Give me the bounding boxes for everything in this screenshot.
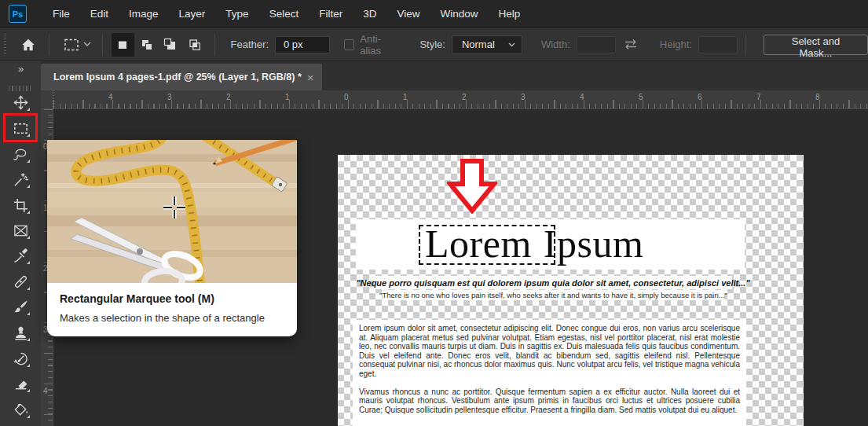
style-dropdown[interactable]: Normal	[452, 35, 522, 54]
new-selection-mode-button[interactable]	[112, 33, 134, 57]
eraser-tool[interactable]	[11, 374, 30, 393]
paragraph: Vivamus rhoncus a nunc ac porttitor. Qui…	[359, 387, 740, 415]
quote-line-translation: "There is no one who loves pain itself, …	[383, 290, 724, 300]
gradient-tool[interactable]	[11, 400, 30, 419]
quote-line-italic: "Neque porro quisquam est qui dolorem ip…	[374, 276, 732, 289]
tooltip-text: Rectangular Marquee tool (M) Makes a sel…	[47, 283, 297, 336]
brush-tool[interactable]	[11, 297, 30, 316]
swap-width-height-button[interactable]	[623, 39, 639, 50]
lasso-tool[interactable]	[11, 145, 30, 163]
tooltip-description: Makes a selection in the shape of a rect…	[60, 312, 284, 324]
spot-healing-brush-tool[interactable]	[11, 272, 30, 291]
menu-edit[interactable]: Edit	[80, 8, 119, 20]
clone-stamp-icon	[13, 325, 29, 341]
anti-alias-label: Anti-alias	[360, 33, 399, 57]
menu-file[interactable]: File	[42, 8, 80, 20]
document-tab-title: Lorem Ipsum 4 pages-1.pdf @ 25% (Layer 1…	[53, 72, 302, 83]
app-window: Ps File Edit Image Layer Type Select Fil…	[0, 0, 868, 426]
menu-bar: Ps File Edit Image Layer Type Select Fil…	[0, 0, 868, 28]
history-brush-tool[interactable]	[11, 349, 30, 368]
separator	[102, 34, 103, 56]
document-tab[interactable]: Lorem Ipsum 4 pages-1.pdf @ 25% (Layer 1…	[41, 64, 322, 90]
eyedropper-tool[interactable]	[11, 246, 30, 265]
frame-icon	[13, 222, 29, 239]
anti-alias-checkbox[interactable]	[344, 39, 354, 50]
menu-select[interactable]: Select	[259, 8, 309, 20]
lasso-icon	[13, 146, 29, 163]
eyedropper-icon	[13, 248, 29, 264]
menu-view[interactable]: View	[386, 8, 430, 20]
magic-wand-tool[interactable]	[11, 170, 30, 189]
subtract-from-selection-mode-button[interactable]	[159, 33, 181, 57]
heading-band: LoremIpsum	[356, 219, 745, 270]
height-label: Height:	[660, 39, 692, 50]
add-to-selection-icon	[140, 38, 154, 52]
tool-tooltip: Rectangular Marquee tool (M) Makes a sel…	[47, 140, 297, 336]
tool-bar: »	[0, 61, 41, 426]
options-bar: Feather: Anti-alias Style: Normal Width:…	[0, 28, 868, 61]
tool-preview-image	[47, 140, 297, 283]
width-label: Width:	[541, 39, 570, 50]
anti-alias-control[interactable]: Anti-alias	[344, 33, 399, 57]
marquee-preset-icon	[64, 38, 79, 52]
magic-wand-icon	[13, 171, 29, 188]
separator	[49, 34, 49, 56]
healing-brush-icon	[13, 274, 29, 290]
crop-tool[interactable]	[11, 196, 30, 215]
height-input[interactable]	[698, 36, 738, 53]
move-icon	[13, 94, 29, 111]
options-bar-grip[interactable]	[4, 35, 6, 55]
select-and-mask-button[interactable]: Select and Mask...	[764, 35, 868, 55]
chevron-down-icon	[83, 42, 91, 47]
separator	[745, 34, 746, 56]
ruler-origin-corner	[41, 90, 53, 108]
add-to-selection-mode-button[interactable]	[136, 33, 158, 57]
new-selection-icon	[115, 38, 130, 52]
home-icon	[20, 37, 36, 53]
active-tool-highlight	[3, 113, 38, 142]
home-button[interactable]	[16, 33, 41, 57]
menu-image[interactable]: Image	[119, 8, 169, 20]
eraser-icon	[13, 376, 29, 392]
feather-label: Feather:	[231, 39, 269, 50]
horizontal-ruler: 4 3 2 1 0 1 2 3 4 5 6 7 8	[41, 90, 868, 109]
document-tab-bar: Lorem Ipsum 4 pages-1.pdf @ 25% (Layer 1…	[41, 61, 868, 90]
history-brush-icon	[13, 351, 29, 367]
crop-icon	[13, 197, 29, 214]
body-text-band: Lorem ipsum dolor sit amet, consectetur …	[353, 320, 746, 426]
menu-help[interactable]: Help	[488, 8, 530, 20]
style-value: Normal	[462, 39, 495, 50]
feather-input[interactable]	[275, 36, 330, 53]
clone-stamp-tool[interactable]	[11, 323, 30, 342]
brush-icon	[13, 299, 29, 315]
frame-tool[interactable]	[11, 221, 30, 240]
collapse-panel-icon[interactable]: »	[18, 63, 22, 75]
style-label: Style:	[419, 39, 445, 50]
menu-3d[interactable]: 3D	[353, 8, 386, 20]
intersect-selection-mode-button[interactable]	[183, 33, 205, 57]
red-arrow-annotation	[447, 159, 497, 214]
paint-bucket-icon	[13, 402, 29, 418]
toolbar-grip[interactable]	[9, 86, 32, 91]
selection-marquee	[419, 225, 555, 265]
subtract-from-selection-icon	[163, 38, 178, 52]
menu-layer[interactable]: Layer	[169, 8, 216, 20]
photoshop-logo-icon: Ps	[9, 5, 27, 23]
tool-preset-button[interactable]	[60, 33, 94, 57]
separator	[214, 34, 215, 56]
paragraph: Lorem ipsum dolor sit amet, consectetur …	[359, 324, 740, 379]
chevron-down-icon	[508, 42, 515, 47]
width-input[interactable]	[577, 36, 616, 53]
menu-type[interactable]: Type	[215, 8, 258, 20]
menu-filter[interactable]: Filter	[309, 8, 353, 20]
document-page[interactable]: LoremIpsum "Neque porro quisquam est qui…	[338, 155, 804, 426]
swap-arrows-icon	[623, 39, 639, 50]
tooltip-title: Rectangular Marquee tool (M)	[60, 292, 284, 305]
intersect-selection-icon	[188, 38, 202, 52]
menu-window[interactable]: Window	[430, 8, 488, 20]
close-tab-icon[interactable]: ×	[307, 71, 314, 84]
move-tool[interactable]	[11, 93, 30, 112]
